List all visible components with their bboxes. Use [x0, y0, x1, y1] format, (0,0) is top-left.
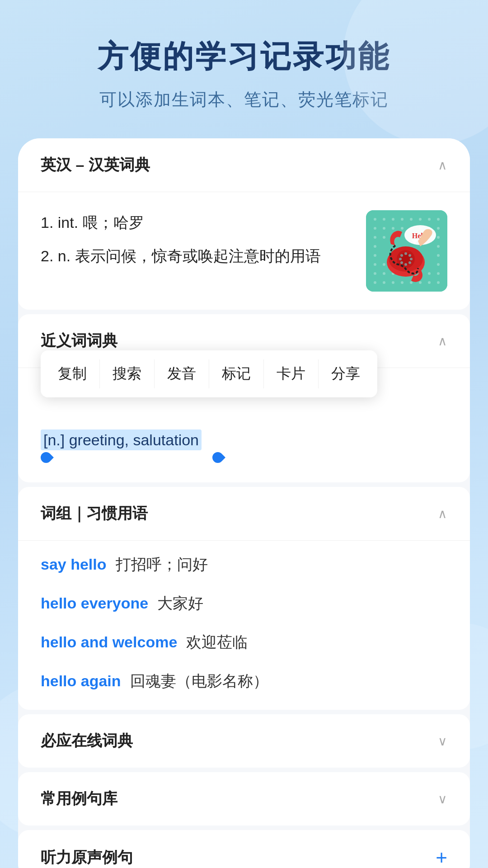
- svg-point-37: [392, 281, 394, 284]
- dict-section: 英汉 – 汉英词典 ∧ 1. int. 喂；哈罗 2. n. 表示问候，惊奇或唤…: [18, 138, 470, 310]
- phrase-item[interactable]: hello again回魂妻（电影名称）: [41, 671, 447, 692]
- hello-phone-illustration: Hello: [366, 210, 447, 292]
- dict-entry: 1. int. 喂；哈罗 2. n. 表示问候，惊奇或唤起注意时的用语: [18, 192, 470, 310]
- svg-point-2: [383, 218, 385, 221]
- synonyms-section-title: 近义词词典: [41, 330, 117, 351]
- svg-point-28: [383, 272, 385, 275]
- svg-point-8: [437, 218, 440, 221]
- phrase-en: hello again: [41, 672, 121, 690]
- phrase-zh: 大家好: [157, 593, 203, 614]
- svg-point-9: [374, 227, 376, 230]
- svg-point-27: [374, 272, 376, 275]
- header: 方便的学习记录功能 可以添加生词本、笔记、荧光笔标记: [0, 0, 488, 138]
- svg-point-3: [392, 218, 394, 221]
- svg-point-7: [428, 218, 431, 221]
- svg-point-4: [401, 218, 404, 221]
- context-menu: 复制 搜索 发音 标记 卡片 分享: [41, 350, 377, 397]
- header-title: 方便的学习记录功能: [27, 36, 461, 77]
- hello-image: Hello: [366, 210, 447, 292]
- online-dict-section-header[interactable]: 必应在线词典 ∨: [18, 714, 470, 768]
- online-dict-section: 必应在线词典 ∨: [18, 714, 470, 768]
- context-menu-share[interactable]: 分享: [319, 359, 373, 388]
- audio-examples-plus-icon[interactable]: +: [436, 846, 447, 868]
- dict-section-header[interactable]: 英汉 – 汉英词典 ∧: [18, 138, 470, 192]
- svg-point-11: [392, 227, 394, 230]
- svg-point-10: [383, 227, 385, 230]
- svg-point-39: [410, 281, 413, 284]
- svg-point-25: [383, 263, 385, 266]
- svg-point-50: [408, 261, 411, 264]
- svg-point-47: [404, 252, 407, 255]
- phrase-zh: 欢迎莅临: [186, 632, 248, 653]
- dict-definitions: 1. int. 喂；哈罗 2. n. 表示问候，惊奇或唤起注意时的用语: [41, 210, 352, 278]
- svg-point-40: [419, 281, 422, 284]
- context-menu-pronounce[interactable]: 发音: [155, 359, 209, 388]
- context-menu-mark[interactable]: 标记: [209, 359, 264, 388]
- svg-point-21: [437, 245, 440, 248]
- selection-handles: [41, 451, 447, 464]
- svg-point-41: [428, 281, 431, 284]
- phrase-zh: 回魂妻（电影名称）: [130, 671, 268, 692]
- synonyms-section: 近义词词典 ∧ 复制 搜索 发音 标记 卡片 分享 [n.] greeting,…: [18, 314, 470, 482]
- svg-point-35: [374, 281, 376, 284]
- svg-point-16: [437, 227, 440, 230]
- audio-examples-title: 听力原声例句: [41, 847, 133, 868]
- phrase-item[interactable]: hello everyone大家好: [41, 593, 447, 614]
- phrases-chevron-up-icon: ∧: [438, 506, 447, 521]
- header-subtitle: 可以添加生词本、笔记、荧光笔标记: [27, 88, 461, 111]
- selection-handle-left: [38, 450, 54, 465]
- online-dict-chevron-down-icon: ∨: [438, 734, 447, 749]
- phrases-section-title: 词组｜习惯用语: [41, 503, 148, 524]
- phrase-item[interactable]: hello and welcome欢迎莅临: [41, 632, 447, 653]
- svg-point-6: [419, 218, 422, 221]
- svg-point-38: [401, 281, 404, 284]
- svg-point-22: [374, 254, 376, 257]
- phrase-item[interactable]: say hello打招呼；问好: [41, 554, 447, 575]
- svg-point-51: [404, 263, 407, 266]
- context-menu-search[interactable]: 搜索: [100, 359, 155, 388]
- audio-examples-section: 听力原声例句 +: [18, 830, 470, 868]
- synonym-highlighted-text[interactable]: [n.] greeting, salutation: [41, 429, 202, 450]
- phrases-section-header[interactable]: 词组｜习惯用语 ∧: [18, 487, 470, 541]
- svg-point-24: [374, 263, 376, 266]
- context-menu-card[interactable]: 卡片: [264, 359, 319, 388]
- svg-point-1: [374, 218, 376, 221]
- svg-point-18: [383, 236, 385, 239]
- svg-point-26: [437, 263, 440, 266]
- dict-section-title: 英汉 – 汉英词典: [41, 155, 150, 175]
- svg-point-20: [374, 245, 376, 248]
- dict-chevron-up-icon: ∧: [438, 158, 447, 173]
- phrases-section: 词组｜习惯用语 ∧ say hello打招呼；问好hello everyone大…: [18, 487, 470, 710]
- svg-point-49: [410, 258, 413, 260]
- svg-point-12: [401, 227, 404, 230]
- dict-def-1: 1. int. 喂；哈罗: [41, 210, 352, 235]
- svg-point-17: [374, 236, 376, 239]
- audio-examples-section-header[interactable]: 听力原声例句 +: [18, 830, 470, 868]
- example-lib-chevron-down-icon: ∨: [438, 792, 447, 807]
- context-menu-copy[interactable]: 复制: [45, 359, 100, 388]
- svg-point-54: [400, 254, 403, 257]
- phrase-en: say hello: [41, 556, 107, 573]
- svg-point-33: [428, 272, 431, 275]
- synonyms-chevron-up-icon: ∧: [438, 334, 447, 349]
- phrase-list: say hello打招呼；问好hello everyone大家好hello an…: [18, 541, 470, 710]
- dict-def-2: 2. n. 表示问候，惊奇或唤起注意时的用语: [41, 244, 352, 268]
- svg-point-48: [408, 254, 411, 257]
- phrase-en: hello and welcome: [41, 633, 177, 651]
- phrase-zh: 打招呼；问好: [116, 554, 208, 575]
- example-lib-section-header[interactable]: 常用例句库 ∨: [18, 772, 470, 826]
- online-dict-title: 必应在线词典: [41, 731, 133, 751]
- svg-point-36: [383, 281, 385, 284]
- selection-handle-right: [210, 450, 225, 465]
- example-lib-title: 常用例句库: [41, 788, 117, 809]
- example-lib-section: 常用例句库 ∨: [18, 772, 470, 826]
- svg-point-23: [437, 254, 440, 257]
- svg-point-19: [437, 236, 440, 239]
- phrase-en: hello everyone: [41, 594, 148, 612]
- svg-point-34: [437, 272, 440, 275]
- svg-point-52: [400, 261, 403, 264]
- main-card: 英汉 – 汉英词典 ∧ 1. int. 喂；哈罗 2. n. 表示问候，惊奇或唤…: [18, 138, 470, 868]
- svg-point-5: [410, 218, 413, 221]
- svg-point-42: [437, 281, 440, 284]
- svg-point-53: [399, 258, 402, 260]
